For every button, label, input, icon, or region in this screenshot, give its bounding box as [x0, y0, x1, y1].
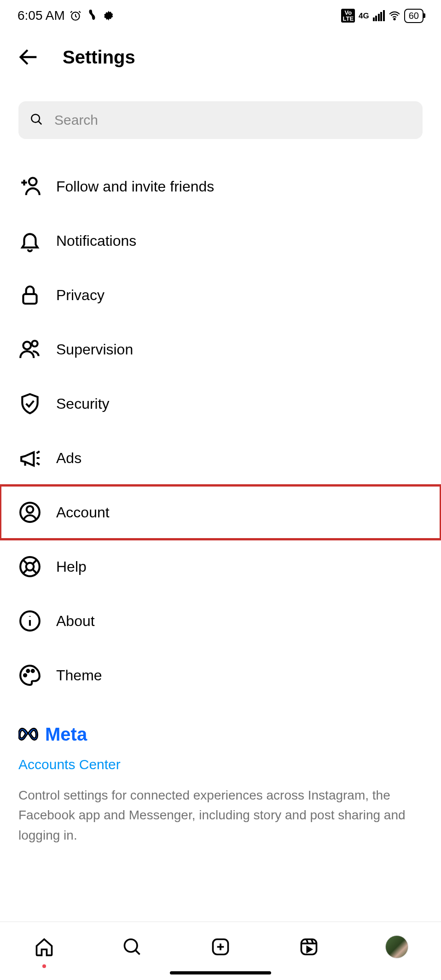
menu-item-notifications[interactable]: Notifications	[0, 214, 441, 268]
lock-icon	[18, 284, 41, 307]
add-person-icon	[18, 175, 41, 198]
meta-infinity-icon	[18, 723, 41, 746]
menu-label: Theme	[56, 667, 102, 684]
svg-point-9	[27, 506, 34, 513]
svg-point-6	[23, 342, 31, 349]
bell-icon	[18, 229, 41, 252]
nav-home[interactable]	[31, 934, 57, 960]
menu-label: Privacy	[56, 287, 104, 304]
megaphone-icon	[18, 447, 41, 470]
wifi-icon	[389, 10, 400, 22]
shield-check-icon	[18, 392, 41, 415]
svg-point-2	[394, 18, 395, 20]
menu-item-security[interactable]: Security	[0, 377, 441, 431]
menu-label: Account	[56, 504, 110, 521]
status-bar-left: 6:05 AM	[17, 8, 115, 23]
menu-label: Supervision	[56, 341, 133, 358]
menu-label: Follow and invite friends	[56, 178, 214, 195]
nav-reels[interactable]	[296, 934, 322, 960]
app-header: Settings	[0, 28, 441, 78]
settings-gear-icon	[103, 10, 115, 22]
svg-point-11	[26, 563, 34, 571]
search-icon	[29, 112, 43, 128]
menu-label: About	[56, 613, 95, 630]
svg-point-13	[24, 674, 26, 677]
search-box[interactable]	[18, 101, 423, 139]
menu-item-follow-invite[interactable]: Follow and invite friends	[0, 159, 441, 214]
menu-label: Notifications	[56, 232, 136, 249]
accounts-center-link[interactable]: Accounts Center	[18, 757, 121, 772]
menu-label: Security	[56, 395, 110, 412]
battery-indicator: 60	[404, 9, 424, 23]
meta-section: Meta Accounts Center Control settings fo…	[0, 713, 441, 873]
svg-point-15	[32, 670, 34, 672]
menu-item-supervision[interactable]: Supervision	[0, 322, 441, 377]
svg-point-10	[20, 557, 40, 576]
avatar	[385, 935, 408, 958]
battery-level: 60	[409, 11, 419, 21]
people-icon	[18, 338, 41, 361]
menu-item-ads[interactable]: Ads	[0, 431, 441, 485]
svg-point-16	[125, 939, 138, 952]
menu-item-account[interactable]: Account	[0, 485, 441, 539]
nav-search[interactable]	[119, 934, 145, 960]
svg-point-14	[27, 670, 29, 672]
nav-profile[interactable]	[384, 934, 410, 960]
home-indicator	[170, 971, 271, 974]
lifebuoy-icon	[18, 555, 41, 578]
notification-dot-icon	[42, 964, 46, 968]
status-time: 6:05 AM	[17, 8, 65, 23]
profile-circle-icon	[18, 501, 41, 524]
svg-point-4	[29, 178, 37, 186]
status-bar-right: VoLTE 4G 60	[341, 9, 424, 23]
data-sync-icon	[86, 10, 98, 22]
menu-item-privacy[interactable]: Privacy	[0, 268, 441, 322]
menu-item-help[interactable]: Help	[0, 539, 441, 594]
menu-item-theme[interactable]: Theme	[0, 648, 441, 702]
menu-label: Help	[56, 558, 87, 575]
menu-item-about[interactable]: About	[0, 594, 441, 648]
svg-rect-5	[23, 294, 36, 304]
svg-point-7	[32, 341, 38, 347]
palette-icon	[18, 664, 41, 687]
settings-menu: Follow and invite friends Notifications …	[0, 148, 441, 713]
signal-bars-icon	[373, 10, 385, 21]
volte-icon: VoLTE	[341, 9, 355, 23]
svg-point-3	[31, 114, 40, 122]
meta-logo: Meta	[18, 723, 423, 746]
network-type: 4G	[359, 12, 369, 20]
page-title: Settings	[63, 47, 135, 68]
alarm-icon	[70, 10, 81, 22]
svg-rect-18	[301, 939, 316, 955]
back-button[interactable]	[17, 45, 41, 69]
search-input[interactable]	[54, 112, 412, 128]
meta-description: Control settings for connected experienc…	[18, 785, 423, 845]
meta-brand-text: Meta	[45, 724, 87, 745]
status-bar: 6:05 AM VoLTE 4G 60	[0, 0, 441, 28]
menu-label: Ads	[56, 450, 81, 467]
nav-create[interactable]	[208, 934, 233, 960]
info-icon	[18, 609, 41, 632]
